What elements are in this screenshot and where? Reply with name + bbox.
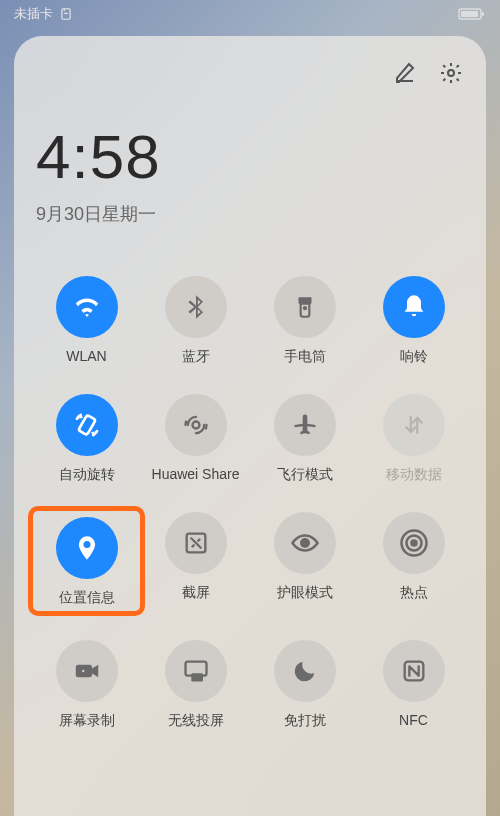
- rotate-icon[interactable]: [56, 394, 118, 456]
- toggle-flashlight[interactable]: 手电筒: [254, 276, 355, 366]
- hotspot-icon[interactable]: [383, 512, 445, 574]
- toggle-moon[interactable]: 免打扰: [254, 640, 355, 730]
- status-right: [458, 7, 486, 21]
- svg-rect-2: [482, 12, 484, 16]
- moon-icon[interactable]: [274, 640, 336, 702]
- wifi-icon[interactable]: [56, 276, 118, 338]
- toggle-share[interactable]: Huawei Share: [145, 394, 246, 484]
- svg-rect-19: [191, 673, 203, 681]
- flashlight-icon[interactable]: [274, 276, 336, 338]
- location-icon[interactable]: [56, 517, 118, 579]
- clock-time: 4:58: [36, 126, 464, 188]
- toggle-label: 蓝牙: [182, 348, 210, 366]
- eye-icon[interactable]: [274, 512, 336, 574]
- toggles-grid: WLAN蓝牙手电筒响铃自动旋转Huawei Share飞行模式移动数据位置信息截…: [36, 276, 464, 730]
- control-panel: 4:58 9月30日星期一 WLAN蓝牙手电筒响铃自动旋转Huawei Shar…: [14, 36, 486, 816]
- svg-rect-3: [461, 11, 478, 17]
- screenshot-icon[interactable]: [165, 512, 227, 574]
- gear-icon[interactable]: [438, 60, 464, 86]
- toggle-airplane[interactable]: 飞行模式: [254, 394, 355, 484]
- sim-icon: [59, 7, 73, 21]
- toggle-wifi[interactable]: WLAN: [36, 276, 137, 366]
- toggle-label: 免打扰: [284, 712, 326, 730]
- toggle-record[interactable]: 屏幕录制: [36, 640, 137, 730]
- status-left: 未插卡: [14, 5, 73, 23]
- toggle-label: 护眼模式: [277, 584, 333, 602]
- toggle-nfc[interactable]: NFC: [363, 640, 464, 730]
- toggle-label: NFC: [399, 712, 428, 728]
- toggle-hotspot[interactable]: 热点: [363, 512, 464, 612]
- status-bar: 未插卡: [0, 0, 500, 28]
- toggle-label: 移动数据: [386, 466, 442, 484]
- toggle-label: 响铃: [400, 348, 428, 366]
- share-icon[interactable]: [165, 394, 227, 456]
- toggle-screenshot[interactable]: 截屏: [145, 512, 246, 612]
- toggle-label: 位置信息: [59, 589, 115, 607]
- panel-header: [36, 60, 464, 86]
- toggle-label: WLAN: [66, 348, 106, 364]
- toggle-location[interactable]: 位置信息: [28, 506, 145, 616]
- toggle-label: 屏幕录制: [59, 712, 115, 730]
- nfc-icon[interactable]: [383, 640, 445, 702]
- mobiledata-icon[interactable]: [383, 394, 445, 456]
- toggle-mobiledata[interactable]: 移动数据: [363, 394, 464, 484]
- carrier-text: 未插卡: [14, 5, 53, 23]
- bell-icon[interactable]: [383, 276, 445, 338]
- svg-point-11: [199, 547, 201, 549]
- svg-point-13: [411, 541, 416, 546]
- toggle-label: 无线投屏: [168, 712, 224, 730]
- svg-point-17: [80, 669, 85, 674]
- toggle-label: 自动旋转: [59, 466, 115, 484]
- clock-date: 9月30日星期一: [36, 202, 464, 226]
- toggle-eye[interactable]: 护眼模式: [254, 512, 355, 612]
- battery-icon: [458, 7, 486, 21]
- toggle-bell[interactable]: 响铃: [363, 276, 464, 366]
- svg-point-4: [448, 70, 454, 76]
- toggle-label: 截屏: [182, 584, 210, 602]
- toggle-bluetooth[interactable]: 蓝牙: [145, 276, 246, 366]
- toggle-rotate[interactable]: 自动旋转: [36, 394, 137, 484]
- svg-point-6: [303, 307, 305, 309]
- svg-point-12: [301, 539, 309, 547]
- toggle-label: Huawei Share: [152, 466, 240, 482]
- record-icon[interactable]: [56, 640, 118, 702]
- toggle-label: 手电筒: [284, 348, 326, 366]
- toggle-cast[interactable]: 无线投屏: [145, 640, 246, 730]
- airplane-icon[interactable]: [274, 394, 336, 456]
- toggle-label: 热点: [400, 584, 428, 602]
- toggle-label: 飞行模式: [277, 466, 333, 484]
- bluetooth-icon[interactable]: [165, 276, 227, 338]
- edit-icon[interactable]: [392, 60, 418, 86]
- svg-point-10: [190, 537, 192, 539]
- cast-icon[interactable]: [165, 640, 227, 702]
